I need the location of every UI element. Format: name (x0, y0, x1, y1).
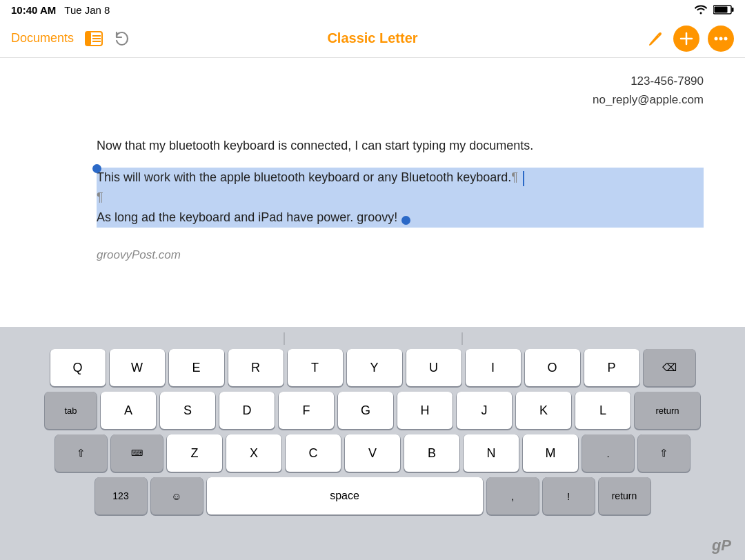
key-z[interactable]: Z (167, 434, 222, 472)
sidebar-toggle-button[interactable] (85, 31, 103, 46)
svg-rect-2 (715, 7, 728, 13)
status-bar: 10:40 AM Tue Jan 8 (0, 0, 745, 19)
key-period[interactable]: . (582, 434, 634, 472)
key-k[interactable]: K (516, 392, 571, 429)
svg-point-12 (719, 37, 723, 40)
key-m[interactable]: M (523, 434, 578, 472)
key-f[interactable]: F (279, 392, 334, 429)
key-w[interactable]: W (110, 349, 165, 386)
contact-info: 123-456-7890 no_reply@apple.com (97, 72, 704, 109)
svg-rect-4 (86, 32, 91, 46)
document-watermark: groovyPost.com (97, 248, 704, 262)
keyboard-dividers (3, 332, 742, 345)
paragraph-1: Now that my bluetooth keyboard is connec… (97, 137, 704, 155)
document-title: Classic Letter (327, 30, 417, 46)
annotation-button[interactable] (644, 28, 665, 49)
wifi-icon (694, 3, 708, 17)
key-numbers[interactable]: 123 (95, 477, 147, 514)
svg-point-13 (724, 37, 728, 40)
selected-line-3: As long ad the keyboard and iPad have po… (97, 208, 704, 228)
key-n[interactable]: N (464, 434, 519, 472)
selected-text-line-3: As long ad the keyboard and iPad have po… (97, 210, 397, 224)
key-l[interactable]: L (575, 392, 630, 429)
key-o[interactable]: O (525, 349, 580, 386)
selection-end-dot (401, 212, 410, 230)
svg-point-8 (659, 32, 662, 35)
key-shift-right[interactable]: ⇧ (638, 434, 690, 472)
key-v[interactable]: V (345, 434, 400, 472)
add-button[interactable] (673, 26, 699, 52)
key-emoji[interactable]: ☺ (151, 477, 203, 514)
divider-right (461, 332, 463, 345)
key-j[interactable]: J (457, 392, 512, 429)
paragraph-2[interactable]: This will work with the apple bluetooth … (97, 168, 704, 228)
phone-number: 123-456-7890 (97, 72, 704, 90)
battery-icon (713, 4, 734, 15)
undo-button[interactable] (114, 31, 130, 46)
keyboard-row-3: ⇧ ⌨ Z X C V B N M . ⇧ (3, 434, 742, 472)
key-delete[interactable]: ⌫ (644, 349, 695, 386)
key-exclamation[interactable]: ! (543, 477, 595, 514)
keyboard-row-2: tab A S D F G H J K L return (3, 392, 742, 429)
key-u[interactable]: U (406, 349, 461, 386)
key-a[interactable]: A (101, 392, 156, 429)
text-cursor (523, 171, 524, 186)
key-tab[interactable]: tab (45, 392, 97, 429)
keyboard-bottom-row: 123 ☺ space , ! return (3, 477, 742, 514)
divider-left (284, 332, 285, 345)
key-t[interactable]: T (288, 349, 343, 386)
status-date: Tue Jan 8 (64, 4, 110, 16)
key-return[interactable]: return (635, 392, 700, 429)
key-comma[interactable]: , (487, 477, 539, 514)
selected-line-1: This will work with the apple bluetooth … (97, 168, 704, 188)
svg-point-11 (715, 37, 718, 40)
key-return-bottom[interactable]: return (599, 477, 650, 514)
selected-text-line-1: This will work with the apple bluetooth … (97, 170, 511, 184)
documents-button[interactable]: Documents (11, 31, 74, 46)
key-hide[interactable]: ⌨ (111, 434, 163, 472)
key-c[interactable]: C (286, 434, 341, 472)
key-space[interactable]: space (207, 477, 483, 514)
key-e[interactable]: E (169, 349, 224, 386)
key-r[interactable]: R (228, 349, 284, 386)
toolbar: Documents Classic Letter (0, 19, 745, 58)
more-button[interactable] (708, 26, 734, 52)
key-shift-left[interactable]: ⇧ (55, 434, 107, 472)
selected-line-2: ¶ (97, 188, 704, 208)
key-y[interactable]: Y (347, 349, 402, 386)
key-i[interactable]: I (466, 349, 521, 386)
key-s[interactable]: S (160, 392, 215, 429)
key-g[interactable]: G (338, 392, 393, 429)
key-d[interactable]: D (219, 392, 275, 429)
keyboard-area: Q W E R T Y U I O P ⌫ tab A S D F G H J … (0, 327, 745, 560)
status-time: 10:40 AM (11, 4, 56, 16)
status-right-icons (694, 3, 734, 17)
key-p[interactable]: P (584, 349, 639, 386)
key-q[interactable]: Q (50, 349, 106, 386)
paragraph-1-text: Now that my bluetooth keyboard is connec… (97, 139, 533, 152)
svg-rect-1 (732, 8, 734, 12)
key-x[interactable]: X (226, 434, 281, 472)
document-area: 123-456-7890 no_reply@apple.com Now that… (0, 58, 745, 327)
key-h[interactable]: H (397, 392, 453, 429)
key-b[interactable]: B (404, 434, 459, 472)
keyboard-watermark: gP (712, 537, 731, 554)
keyboard-row-1: Q W E R T Y U I O P ⌫ (3, 349, 742, 386)
email-address: no_reply@apple.com (97, 90, 704, 109)
